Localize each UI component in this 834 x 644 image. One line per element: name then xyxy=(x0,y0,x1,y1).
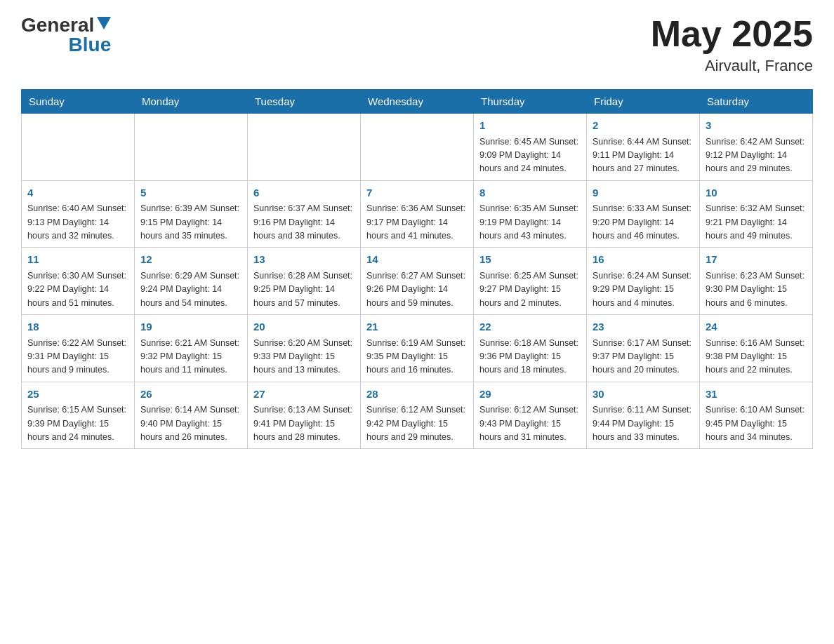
day-number: 20 xyxy=(253,319,355,335)
day-number: 22 xyxy=(479,319,581,335)
calendar-cell xyxy=(135,114,248,181)
calendar-cell: 27Sunrise: 6:13 AM Sunset: 9:41 PM Dayli… xyxy=(248,382,361,449)
day-info: Sunrise: 6:18 AM Sunset: 9:36 PM Dayligh… xyxy=(479,337,581,377)
calendar-cell: 18Sunrise: 6:22 AM Sunset: 9:31 PM Dayli… xyxy=(22,315,135,382)
day-info: Sunrise: 6:12 AM Sunset: 9:43 PM Dayligh… xyxy=(479,403,581,444)
day-info: Sunrise: 6:28 AM Sunset: 9:25 PM Dayligh… xyxy=(253,269,355,310)
calendar-cell xyxy=(361,114,474,181)
calendar-cell xyxy=(22,114,135,181)
calendar-cell: 31Sunrise: 6:10 AM Sunset: 9:45 PM Dayli… xyxy=(700,382,813,449)
day-info: Sunrise: 6:23 AM Sunset: 9:30 PM Dayligh… xyxy=(706,269,807,310)
day-number: 18 xyxy=(27,319,128,335)
day-number: 31 xyxy=(706,387,807,403)
calendar-cell: 26Sunrise: 6:14 AM Sunset: 9:40 PM Dayli… xyxy=(135,382,248,449)
day-info: Sunrise: 6:22 AM Sunset: 9:31 PM Dayligh… xyxy=(27,337,128,377)
weekday-header-thursday: Thursday xyxy=(474,90,587,114)
calendar-cell: 28Sunrise: 6:12 AM Sunset: 9:42 PM Dayli… xyxy=(361,382,474,449)
day-info: Sunrise: 6:10 AM Sunset: 9:45 PM Dayligh… xyxy=(706,403,807,444)
day-number: 13 xyxy=(253,252,355,268)
day-info: Sunrise: 6:35 AM Sunset: 9:19 PM Dayligh… xyxy=(479,202,581,243)
day-number: 30 xyxy=(593,387,694,403)
calendar-cell: 5Sunrise: 6:39 AM Sunset: 9:15 PM Daylig… xyxy=(135,180,248,248)
weekday-header-saturday: Saturday xyxy=(700,90,813,114)
calendar-cell: 9Sunrise: 6:33 AM Sunset: 9:20 PM Daylig… xyxy=(587,180,700,248)
day-number: 16 xyxy=(593,252,694,268)
day-info: Sunrise: 6:37 AM Sunset: 9:16 PM Dayligh… xyxy=(253,202,355,243)
day-number: 26 xyxy=(140,387,241,403)
week-row-3: 11Sunrise: 6:30 AM Sunset: 9:22 PM Dayli… xyxy=(22,248,813,315)
day-number: 9 xyxy=(593,185,694,201)
weekday-header-sunday: Sunday xyxy=(22,90,135,114)
calendar-cell: 23Sunrise: 6:17 AM Sunset: 9:37 PM Dayli… xyxy=(587,315,700,382)
week-row-4: 18Sunrise: 6:22 AM Sunset: 9:31 PM Dayli… xyxy=(22,315,813,382)
calendar-cell: 21Sunrise: 6:19 AM Sunset: 9:35 PM Dayli… xyxy=(361,315,474,382)
day-number: 2 xyxy=(593,118,694,134)
day-info: Sunrise: 6:16 AM Sunset: 9:38 PM Dayligh… xyxy=(706,337,807,377)
day-number: 11 xyxy=(27,252,128,268)
day-number: 19 xyxy=(140,319,241,335)
calendar-cell: 2Sunrise: 6:44 AM Sunset: 9:11 PM Daylig… xyxy=(587,114,700,181)
calendar-cell: 29Sunrise: 6:12 AM Sunset: 9:43 PM Dayli… xyxy=(474,382,587,449)
day-number: 23 xyxy=(593,319,694,335)
day-info: Sunrise: 6:27 AM Sunset: 9:26 PM Dayligh… xyxy=(366,269,468,310)
calendar-cell: 20Sunrise: 6:20 AM Sunset: 9:33 PM Dayli… xyxy=(248,315,361,382)
day-info: Sunrise: 6:42 AM Sunset: 9:12 PM Dayligh… xyxy=(706,135,807,176)
day-info: Sunrise: 6:29 AM Sunset: 9:24 PM Dayligh… xyxy=(140,269,241,310)
weekday-header-monday: Monday xyxy=(135,90,248,114)
day-info: Sunrise: 6:36 AM Sunset: 9:17 PM Dayligh… xyxy=(366,202,468,243)
calendar-table: SundayMondayTuesdayWednesdayThursdayFrid… xyxy=(21,89,813,449)
day-info: Sunrise: 6:17 AM Sunset: 9:37 PM Dayligh… xyxy=(593,337,694,377)
day-info: Sunrise: 6:25 AM Sunset: 9:27 PM Dayligh… xyxy=(479,269,581,310)
calendar-cell: 12Sunrise: 6:29 AM Sunset: 9:24 PM Dayli… xyxy=(135,248,248,315)
calendar-cell: 22Sunrise: 6:18 AM Sunset: 9:36 PM Dayli… xyxy=(474,315,587,382)
day-number: 21 xyxy=(366,319,468,335)
week-row-1: 1Sunrise: 6:45 AM Sunset: 9:09 PM Daylig… xyxy=(22,114,813,181)
day-info: Sunrise: 6:12 AM Sunset: 9:42 PM Dayligh… xyxy=(366,403,468,444)
calendar-cell: 16Sunrise: 6:24 AM Sunset: 9:29 PM Dayli… xyxy=(587,248,700,315)
day-info: Sunrise: 6:39 AM Sunset: 9:15 PM Dayligh… xyxy=(140,202,241,243)
day-info: Sunrise: 6:19 AM Sunset: 9:35 PM Dayligh… xyxy=(366,337,468,377)
day-info: Sunrise: 6:40 AM Sunset: 9:13 PM Dayligh… xyxy=(27,202,128,243)
day-info: Sunrise: 6:11 AM Sunset: 9:44 PM Dayligh… xyxy=(593,403,694,444)
day-info: Sunrise: 6:44 AM Sunset: 9:11 PM Dayligh… xyxy=(593,135,694,176)
calendar-cell: 25Sunrise: 6:15 AM Sunset: 9:39 PM Dayli… xyxy=(22,382,135,449)
logo: General Blue xyxy=(21,14,111,56)
day-number: 1 xyxy=(479,118,581,134)
calendar-cell: 3Sunrise: 6:42 AM Sunset: 9:12 PM Daylig… xyxy=(700,114,813,181)
calendar-cell: 15Sunrise: 6:25 AM Sunset: 9:27 PM Dayli… xyxy=(474,248,587,315)
day-number: 5 xyxy=(140,185,241,201)
calendar-cell: 11Sunrise: 6:30 AM Sunset: 9:22 PM Dayli… xyxy=(22,248,135,315)
day-number: 24 xyxy=(706,319,807,335)
day-info: Sunrise: 6:14 AM Sunset: 9:40 PM Dayligh… xyxy=(140,403,241,444)
day-info: Sunrise: 6:21 AM Sunset: 9:32 PM Dayligh… xyxy=(140,337,241,377)
weekday-header-row: SundayMondayTuesdayWednesdayThursdayFrid… xyxy=(22,90,813,114)
day-info: Sunrise: 6:45 AM Sunset: 9:09 PM Dayligh… xyxy=(479,135,581,176)
day-info: Sunrise: 6:30 AM Sunset: 9:22 PM Dayligh… xyxy=(27,269,128,310)
week-row-5: 25Sunrise: 6:15 AM Sunset: 9:39 PM Dayli… xyxy=(22,382,813,449)
calendar-cell: 30Sunrise: 6:11 AM Sunset: 9:44 PM Dayli… xyxy=(587,382,700,449)
day-info: Sunrise: 6:33 AM Sunset: 9:20 PM Dayligh… xyxy=(593,202,694,243)
day-number: 29 xyxy=(479,387,581,403)
calendar-cell: 6Sunrise: 6:37 AM Sunset: 9:16 PM Daylig… xyxy=(248,180,361,248)
day-info: Sunrise: 6:20 AM Sunset: 9:33 PM Dayligh… xyxy=(253,337,355,377)
day-info: Sunrise: 6:24 AM Sunset: 9:29 PM Dayligh… xyxy=(593,269,694,310)
title-block: May 2025 Airvault, France xyxy=(651,14,813,75)
day-number: 8 xyxy=(479,185,581,201)
page-header: General Blue May 2025 Airvault, France xyxy=(21,14,813,75)
day-number: 28 xyxy=(366,387,468,403)
day-number: 25 xyxy=(27,387,128,403)
day-number: 17 xyxy=(706,252,807,268)
calendar-cell xyxy=(248,114,361,181)
calendar-cell: 17Sunrise: 6:23 AM Sunset: 9:30 PM Dayli… xyxy=(700,248,813,315)
calendar-cell: 10Sunrise: 6:32 AM Sunset: 9:21 PM Dayli… xyxy=(700,180,813,248)
day-info: Sunrise: 6:13 AM Sunset: 9:41 PM Dayligh… xyxy=(253,403,355,444)
month-title: May 2025 xyxy=(651,14,813,54)
day-number: 6 xyxy=(253,185,355,201)
logo-blue-text: Blue xyxy=(69,34,112,55)
day-number: 27 xyxy=(253,387,355,403)
location-title: Airvault, France xyxy=(651,57,813,75)
calendar-cell: 24Sunrise: 6:16 AM Sunset: 9:38 PM Dayli… xyxy=(700,315,813,382)
weekday-header-wednesday: Wednesday xyxy=(361,90,474,114)
day-number: 12 xyxy=(140,252,241,268)
calendar-cell: 14Sunrise: 6:27 AM Sunset: 9:26 PM Dayli… xyxy=(361,248,474,315)
